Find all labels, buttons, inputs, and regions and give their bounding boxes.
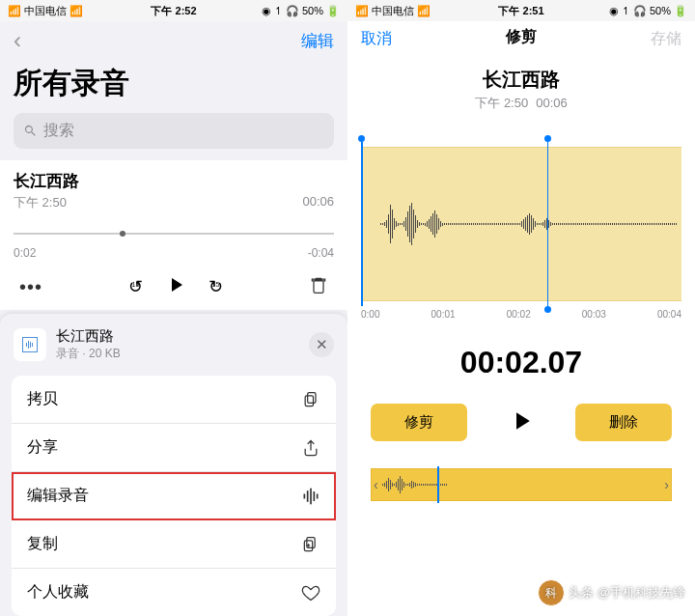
heart-icon bbox=[301, 583, 320, 602]
save-button[interactable]: 存储 bbox=[651, 29, 681, 49]
voice-memos-list-screen: 📶中国电信📶 下午 2:52 ◉ ↿ 🎧50%🔋 ‹ 编辑 所有录音 搜索 长江… bbox=[0, 0, 348, 616]
playhead-time: 00:02.07 bbox=[348, 345, 695, 380]
search-placeholder: 搜索 bbox=[43, 121, 74, 141]
overview-track[interactable]: ‹ › bbox=[371, 468, 672, 501]
nav-bar: ‹ 编辑 bbox=[0, 21, 348, 60]
copy-action[interactable]: 拷贝 bbox=[12, 376, 336, 424]
duplicate-icon bbox=[301, 535, 320, 554]
playhead-marker[interactable] bbox=[437, 466, 439, 503]
waveform-editor[interactable] bbox=[361, 147, 681, 301]
battery-icon: 🔋 bbox=[674, 5, 687, 17]
elapsed-time: 0:02 bbox=[14, 246, 36, 260]
chevron-right-icon: › bbox=[664, 477, 669, 492]
carrier-label: 中国电信 bbox=[372, 4, 414, 18]
status-time: 下午 2:52 bbox=[151, 4, 196, 18]
duplicate-label: 复制 bbox=[27, 534, 58, 554]
forward-15-icon[interactable]: ↻15 bbox=[208, 276, 223, 297]
trim-recording-screen: 📶中国电信📶 下午 2:51 ◉ ↿ 🎧50%🔋 取消 修剪 存储 长江西路 下… bbox=[348, 0, 695, 616]
svg-rect-0 bbox=[26, 343, 27, 347]
signal-icon: 📶 bbox=[355, 5, 369, 17]
edit-recording-action[interactable]: 编辑录音 bbox=[12, 472, 336, 520]
trim-button[interactable]: 修剪 bbox=[371, 404, 467, 441]
svg-rect-7 bbox=[307, 490, 309, 502]
scrubber-thumb[interactable] bbox=[120, 231, 125, 237]
cancel-button[interactable]: 取消 bbox=[361, 29, 392, 49]
copy-label: 拷贝 bbox=[27, 389, 58, 409]
edit-recording-label: 编辑录音 bbox=[27, 486, 89, 506]
share-label: 分享 bbox=[27, 437, 58, 458]
waveform-mini bbox=[382, 475, 661, 494]
share-icon bbox=[301, 438, 320, 458]
trim-handle-right[interactable] bbox=[547, 142, 549, 306]
trim-title: 修剪 bbox=[506, 28, 537, 44]
play-button[interactable] bbox=[507, 406, 536, 439]
edit-button[interactable]: 编辑 bbox=[301, 30, 334, 52]
scrubber[interactable] bbox=[14, 225, 334, 242]
recording-meta: 下午 2:5000:06 bbox=[348, 95, 695, 112]
sheet-file-name: 长江西路 bbox=[56, 327, 299, 346]
more-options-icon[interactable]: ••• bbox=[19, 276, 42, 298]
file-type-icon bbox=[14, 328, 46, 361]
time-ruler: 0:00 00:01 00:02 00:03 00:04 bbox=[348, 301, 695, 320]
watermark-text: 头条 @手机科技先锋 bbox=[569, 584, 685, 602]
battery-label: 50% bbox=[302, 5, 323, 16]
location-icon: ◉ ↿ 🎧 bbox=[609, 5, 647, 17]
svg-rect-10 bbox=[317, 493, 319, 498]
svg-rect-5 bbox=[305, 395, 313, 406]
delete-button[interactable]: 删除 bbox=[575, 404, 672, 441]
chevron-left-icon: ‹ bbox=[374, 477, 378, 492]
wifi-icon: 📶 bbox=[70, 5, 83, 17]
trim-handle-left[interactable] bbox=[361, 142, 363, 306]
svg-rect-4 bbox=[308, 392, 316, 403]
svg-rect-3 bbox=[32, 343, 33, 347]
trash-icon[interactable] bbox=[309, 274, 328, 299]
search-icon bbox=[23, 124, 38, 138]
favorite-action[interactable]: 个人收藏 bbox=[12, 569, 336, 616]
share-action[interactable]: 分享 bbox=[12, 424, 336, 472]
favorite-label: 个人收藏 bbox=[27, 582, 89, 602]
sheet-file-meta: 录音 · 20 KB bbox=[56, 346, 299, 362]
recording-time: 下午 2:50 bbox=[14, 194, 67, 211]
signal-icon: 📶 bbox=[8, 5, 21, 17]
carrier-label: 中国电信 bbox=[24, 4, 67, 18]
svg-rect-9 bbox=[314, 491, 316, 501]
status-time: 下午 2:51 bbox=[498, 4, 543, 18]
close-icon[interactable]: ✕ bbox=[309, 332, 334, 357]
svg-rect-8 bbox=[310, 488, 312, 504]
svg-rect-1 bbox=[28, 341, 29, 349]
duplicate-action[interactable]: 复制 bbox=[12, 520, 336, 569]
trim-header: 取消 修剪 存储 bbox=[348, 21, 695, 53]
recording-duration: 00:06 bbox=[302, 194, 334, 211]
page-title: 所有录音 bbox=[0, 60, 348, 113]
status-bar: 📶中国电信📶 下午 2:52 ◉ ↿ 🎧50%🔋 bbox=[0, 0, 348, 21]
play-button[interactable] bbox=[164, 273, 187, 300]
back-chevron-icon[interactable]: ‹ bbox=[14, 27, 21, 54]
remaining-time: -0:04 bbox=[308, 246, 334, 260]
search-input[interactable]: 搜索 bbox=[14, 113, 334, 149]
status-bar: 📶中国电信📶 下午 2:51 ◉ ↿ 🎧50%🔋 bbox=[348, 0, 695, 21]
wifi-icon: 📶 bbox=[417, 5, 431, 17]
svg-rect-2 bbox=[30, 342, 31, 348]
battery-icon: 🔋 bbox=[326, 5, 340, 17]
watermark: 科 头条 @手机科技先锋 bbox=[538, 579, 685, 606]
copy-icon bbox=[301, 390, 320, 409]
waveform-bars bbox=[361, 148, 681, 300]
waveform-icon bbox=[301, 487, 320, 506]
battery-label: 50% bbox=[650, 5, 671, 16]
rewind-15-icon[interactable]: ↺15 bbox=[128, 276, 143, 297]
recording-item[interactable]: 长江西路 下午 2:50 00:06 0:02 -0:04 ••• ↺15 ↻1… bbox=[0, 160, 348, 310]
share-sheet: 长江西路 录音 · 20 KB ✕ 拷贝 分享 编辑录音 复制 bbox=[0, 314, 348, 616]
action-list: 拷贝 分享 编辑录音 复制 个人收藏 bbox=[12, 376, 336, 616]
location-icon: ◉ ↿ 🎧 bbox=[262, 5, 299, 17]
watermark-avatar-icon: 科 bbox=[538, 579, 565, 606]
recording-name: 长江西路 bbox=[348, 67, 695, 93]
svg-rect-6 bbox=[304, 493, 306, 498]
recording-name: 长江西路 bbox=[14, 170, 334, 192]
